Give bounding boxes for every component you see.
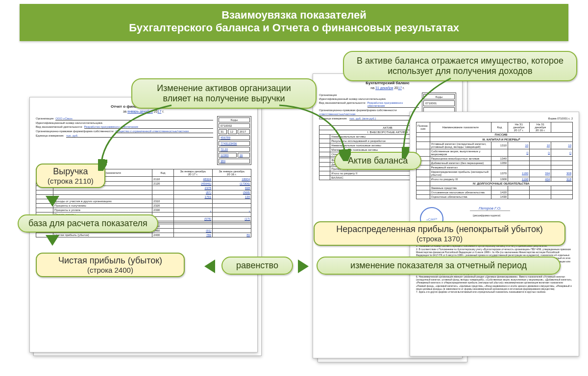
title-line-1: Взаимоувязка показателей xyxy=(20,9,568,22)
title-bar: Взаимоувязка показателей Бухгалтерского … xyxy=(20,4,568,41)
curve-icon xyxy=(274,103,353,162)
title-line-2: Бухгалтерского баланса и Отчета о финанс… xyxy=(20,22,568,34)
signature: Петров Г.О. xyxy=(470,206,510,211)
arrow-down-icon xyxy=(46,235,59,246)
curve-icon xyxy=(402,76,480,159)
callout-net-profit: Чистая прибыль (убыток)(строка 2400) xyxy=(36,253,185,277)
callout-change: изменение показателя за отчетный период xyxy=(317,257,561,275)
arrow-left-icon xyxy=(204,259,215,273)
callout-retained: Нераспределенная прибыль (непокрытый убы… xyxy=(314,221,565,246)
codes-box-left: Коды 0710002 31122017 456789 7743123456 … xyxy=(217,116,251,165)
curve-icon xyxy=(98,103,206,171)
arrow-right-icon xyxy=(298,259,309,273)
callout-base: база для расчета показателя xyxy=(18,214,158,233)
arrow-down-icon xyxy=(46,196,59,207)
callout-equality: равенство xyxy=(221,257,293,275)
callout-revenue: Выручка(строка 2110) xyxy=(36,164,105,188)
